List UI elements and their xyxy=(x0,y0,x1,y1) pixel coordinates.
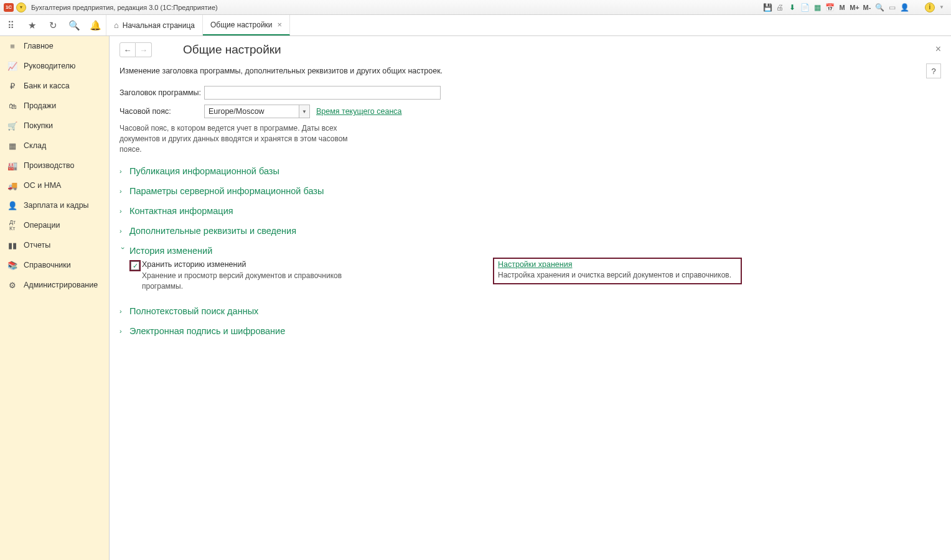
sidebar-item-assets[interactable]: 🚚ОС и НМА xyxy=(0,175,109,195)
notifications-button[interactable]: 🔔 xyxy=(85,15,106,36)
help-button[interactable]: ? xyxy=(926,63,941,78)
sidebar-item-warehouse[interactable]: ▦Склад xyxy=(0,136,109,156)
panel-icon[interactable]: ▭ xyxy=(886,2,897,13)
section-history[interactable]: › История изменений xyxy=(119,244,941,258)
chevron-right-icon: › xyxy=(119,307,127,315)
chevron-right-icon: › xyxy=(119,167,127,175)
truck-icon: 🚚 xyxy=(7,180,17,190)
sidebar-item-manager[interactable]: 📈Руководителю xyxy=(0,56,109,76)
section-server-params[interactable]: › Параметры серверной информационной баз… xyxy=(119,184,941,198)
memory-mplus-button[interactable]: M+ xyxy=(849,2,860,13)
sidebar-item-label: Администрирование xyxy=(24,281,98,289)
help-dropdown-icon[interactable]: ▼ xyxy=(936,2,947,13)
sidebar-item-admin[interactable]: ⚙Администрирование xyxy=(0,275,109,295)
user-icon[interactable]: 👤 xyxy=(899,2,910,13)
calendar-icon[interactable]: 📅 xyxy=(824,2,835,13)
storage-settings-link[interactable]: Настройки хранения xyxy=(498,260,572,269)
sidebar-item-main[interactable]: ≡Главное xyxy=(0,36,109,56)
sidebar-item-label: Главное xyxy=(24,42,54,50)
document-icon[interactable]: 📄 xyxy=(799,2,810,13)
cart-icon: 🛒 xyxy=(7,121,17,131)
gear-icon: ⚙ xyxy=(7,280,17,290)
history-button[interactable]: ↻ xyxy=(42,15,63,36)
program-title-input[interactable] xyxy=(204,86,441,100)
close-page-button[interactable]: × xyxy=(935,44,941,55)
sidebar-item-bank[interactable]: ₽Банк и касса xyxy=(0,76,109,96)
sidebar-item-label: Покупки xyxy=(24,121,53,130)
content-area: ← → Общие настройки × Изменение заголовк… xyxy=(110,36,951,560)
timezone-hint: Часовой пояс, в котором ведется учет в п… xyxy=(119,123,356,154)
home-icon: ⌂ xyxy=(114,21,119,30)
section-title: Контактная информация xyxy=(129,206,233,216)
sidebar-item-label: Руководителю xyxy=(24,62,75,70)
search-button[interactable]: 🔍 xyxy=(63,15,85,36)
tab-home[interactable]: ⌂ Начальная страница xyxy=(106,15,203,35)
section-title: Электронная подпись и шифрование xyxy=(129,326,285,336)
forward-button[interactable]: → xyxy=(136,42,152,57)
memory-mminus-button[interactable]: M- xyxy=(861,2,873,13)
menu-icon: ≡ xyxy=(7,41,17,51)
bars-icon: ▮▮ xyxy=(7,240,17,250)
factory-icon: 🏭 xyxy=(7,161,17,170)
boxes-icon: ▦ xyxy=(7,141,17,151)
tab-general-settings[interactable]: Общие настройки × xyxy=(203,15,290,35)
sidebar-item-production[interactable]: 🏭Производство xyxy=(0,156,109,175)
sidebar-item-catalogs[interactable]: 📚Справочники xyxy=(0,255,109,275)
highlight-checkbox: ✓ xyxy=(129,260,141,271)
help-icon[interactable]: i xyxy=(925,2,935,12)
save-icon[interactable]: 💾 xyxy=(762,2,773,13)
store-history-checkbox[interactable]: ✓ xyxy=(131,261,139,270)
current-session-time-link[interactable]: Время текущего сеанса xyxy=(316,107,402,116)
ruble-icon: ₽ xyxy=(7,81,17,91)
sidebar-item-sales[interactable]: 🛍Продажи xyxy=(0,96,109,116)
bag-icon: 🛍 xyxy=(7,101,17,111)
back-button[interactable]: ← xyxy=(119,42,136,57)
ops-icon: ДтКт xyxy=(7,220,17,230)
tab-active-label: Общие настройки xyxy=(210,21,273,29)
download-icon[interactable]: ⬇ xyxy=(787,2,798,13)
sidebar-item-label: Отчеты xyxy=(24,241,50,250)
app-menu-dropdown[interactable]: ▼ xyxy=(16,2,26,12)
memory-m-button[interactable]: M xyxy=(836,2,848,13)
chevron-right-icon: › xyxy=(119,187,127,195)
highlight-storage-settings: Настройки хранения Настройка хранения и … xyxy=(493,258,742,284)
section-publication[interactable]: › Публикация информационной базы xyxy=(119,164,941,178)
chevron-right-icon: › xyxy=(119,207,127,215)
sidebar-item-label: Зарплата и кадры xyxy=(24,201,89,210)
sidebar-item-hr[interactable]: 👤Зарплата и кадры xyxy=(0,195,109,215)
tab-home-label: Начальная страница xyxy=(123,21,195,30)
chevron-right-icon: › xyxy=(119,327,127,335)
sidebar-item-reports[interactable]: ▮▮Отчеты xyxy=(0,235,109,255)
calculator-icon[interactable]: ▦ xyxy=(812,2,823,13)
page-description: Изменение заголовка программы, дополните… xyxy=(119,67,443,75)
titlebar: 1C ▼ Бухгалтерия предприятия, редакция 3… xyxy=(0,0,951,15)
store-history-hint: Хранение и просмотр версий документов и … xyxy=(142,271,378,292)
section-contact[interactable]: › Контактная информация xyxy=(119,204,941,218)
sidebar-item-label: Банк и касса xyxy=(24,82,70,90)
chevron-right-icon: › xyxy=(119,227,127,235)
section-title: Полнотекстовый поиск данных xyxy=(129,306,258,316)
apps-grid-button[interactable]: ⠿ xyxy=(0,15,21,36)
timezone-dropdown-button[interactable]: ▼ xyxy=(299,105,310,118)
favorites-button[interactable]: ★ xyxy=(21,15,42,36)
sidebar-item-label: Операции xyxy=(24,221,60,230)
section-additional[interactable]: › Дополнительные реквизиты и сведения xyxy=(119,224,941,238)
book-icon: 📚 xyxy=(7,260,17,270)
sidebar-item-label: ОС и НМА xyxy=(24,181,61,190)
timezone-select[interactable]: Europe/Moscow xyxy=(204,105,299,118)
app-title: Бухгалтерия предприятия, редакция 3.0 (1… xyxy=(31,4,218,11)
sidebar-item-operations[interactable]: ДтКтОперации xyxy=(0,215,109,235)
sidebar-item-label: Продажи xyxy=(24,101,56,110)
section-title: История изменений xyxy=(129,246,212,256)
sidebar-item-purchases[interactable]: 🛒Покупки xyxy=(0,116,109,136)
section-fulltext[interactable]: › Полнотекстовый поиск данных xyxy=(119,304,941,318)
section-signature[interactable]: › Электронная подпись и шифрование xyxy=(119,324,941,338)
tab-close-button[interactable]: × xyxy=(278,20,283,29)
section-title: Дополнительные реквизиты и сведения xyxy=(129,226,296,236)
chevron-down-icon: › xyxy=(119,247,127,254)
print-icon[interactable]: 🖨 xyxy=(774,2,785,13)
logo-1c-icon: 1C xyxy=(4,3,14,12)
section-title: Параметры серверной информационной базы xyxy=(129,186,324,196)
zoom-icon[interactable]: 🔍 xyxy=(874,2,885,13)
person-icon: 👤 xyxy=(7,200,17,210)
